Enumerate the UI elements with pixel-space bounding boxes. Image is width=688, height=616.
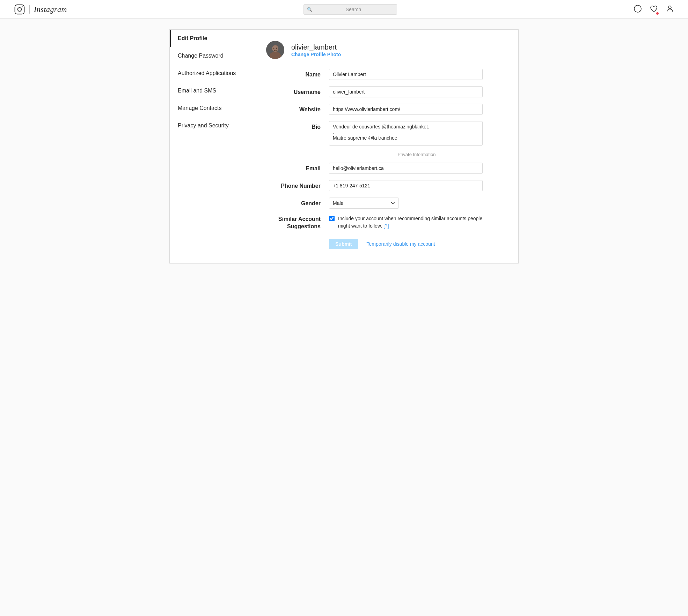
notification-dot (656, 12, 659, 15)
profile-icon[interactable] (666, 5, 674, 14)
avatar (266, 41, 284, 59)
heart-icon[interactable] (650, 5, 658, 14)
sidebar-item-email-and-sms[interactable]: Email and SMS (170, 82, 252, 99)
gender-label: Gender (266, 198, 329, 207)
search-icon: 🔍 (307, 7, 312, 12)
gender-row: Gender Male Female Custom Prefer not to … (266, 198, 504, 209)
private-info-label: Private Information (266, 152, 504, 157)
header-center: 🔍 (280, 4, 420, 15)
website-row: Website (266, 104, 504, 115)
svg-marker-4 (636, 7, 639, 10)
disable-account-link[interactable]: Temporarily disable my account (366, 241, 435, 247)
search-wrapper: 🔍 (303, 4, 397, 15)
sidebar-item-change-password[interactable]: Change Password (170, 47, 252, 65)
phone-input[interactable] (329, 180, 483, 191)
header-left: Instagram (14, 4, 67, 15)
instagram-logo-icon (14, 4, 25, 15)
username-row: Username (266, 86, 504, 97)
website-label: Website (266, 104, 329, 113)
phone-row: Phone Number (266, 180, 504, 191)
name-row: Name (266, 69, 504, 80)
svg-point-2 (22, 6, 23, 7)
similar-account-row: Similar Account Suggestions Include your… (266, 215, 504, 230)
instagram-wordmark: Instagram (34, 5, 67, 14)
profile-info: olivier_lambert Change Profile Photo (291, 43, 341, 57)
gender-select[interactable]: Male Female Custom Prefer not to say (329, 198, 399, 209)
profile-username: olivier_lambert (291, 43, 341, 52)
bio-textarea[interactable]: Vendeur de couvartes @theamazingblanket.… (329, 121, 483, 146)
compass-icon[interactable] (634, 5, 642, 14)
username-label: Username (266, 86, 329, 95)
phone-label: Phone Number (266, 180, 329, 189)
search-input[interactable] (303, 4, 397, 15)
name-label: Name (266, 69, 329, 78)
profile-header: olivier_lambert Change Profile Photo (266, 41, 504, 59)
similar-account-text: Include your account when recommending s… (338, 215, 483, 230)
bio-label: Bio (266, 121, 329, 130)
sidebar-item-privacy-and-security[interactable]: Privacy and Security (170, 117, 252, 134)
header-divider (29, 5, 30, 14)
username-input[interactable] (329, 86, 483, 97)
submit-button[interactable]: Submit (329, 239, 358, 249)
email-input[interactable] (329, 163, 483, 174)
form-area: olivier_lambert Change Profile Photo Nam… (252, 30, 518, 263)
svg-point-1 (18, 7, 22, 11)
page-content: Edit Profile Change Password Authorized … (169, 29, 519, 264)
name-input[interactable] (329, 69, 483, 80)
sidebar-item-edit-profile[interactable]: Edit Profile (170, 30, 252, 47)
sidebar-item-authorized-applications[interactable]: Authorized Applications (170, 65, 252, 82)
svg-point-3 (634, 5, 641, 12)
similar-account-label: Similar Account Suggestions (266, 215, 329, 230)
similar-help-link[interactable]: [?] (383, 223, 389, 229)
header-right (634, 5, 674, 14)
svg-point-11 (276, 48, 277, 49)
change-photo-link[interactable]: Change Profile Photo (291, 52, 341, 57)
similar-account-checkbox[interactable] (329, 216, 335, 221)
svg-point-5 (668, 6, 671, 9)
header: Instagram 🔍 (0, 0, 688, 19)
bio-row: Bio Vendeur de couvartes @theamazingblan… (266, 121, 504, 146)
sidebar: Edit Profile Change Password Authorized … (170, 30, 252, 263)
svg-rect-0 (15, 5, 24, 14)
action-row: Submit Temporarily disable my account (266, 239, 504, 249)
email-label: Email (266, 163, 329, 172)
website-input[interactable] (329, 104, 483, 115)
similar-account-content: Include your account when recommending s… (329, 215, 483, 230)
email-row: Email (266, 163, 504, 174)
sidebar-item-manage-contacts[interactable]: Manage Contacts (170, 99, 252, 117)
svg-point-10 (273, 48, 275, 49)
